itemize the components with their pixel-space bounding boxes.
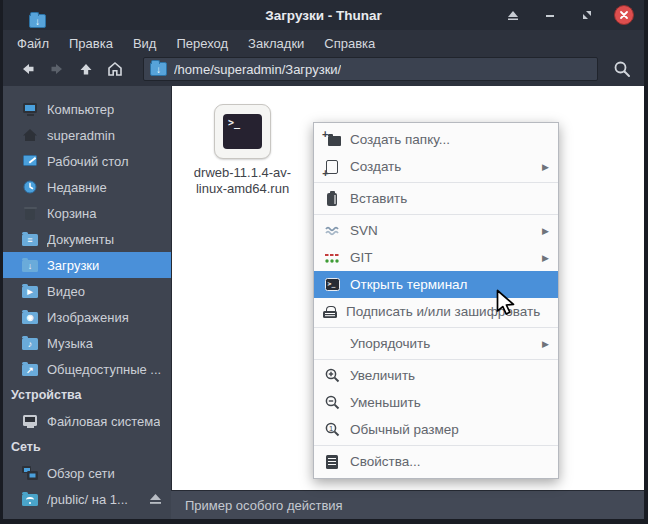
search-button[interactable] — [608, 56, 636, 82]
sidebar-item-pictures[interactable]: Изображения — [3, 304, 171, 330]
path-field[interactable]: /home/superadmin/Загрузки/ — [143, 57, 598, 81]
sidebar-header-devices: Устройства — [3, 382, 171, 408]
menu-item-properties[interactable]: Свойства... — [314, 448, 558, 475]
submenu-arrow-icon — [542, 253, 549, 263]
computer-icon — [22, 101, 38, 117]
sign-encrypt-icon — [323, 305, 337, 319]
submenu-arrow-icon — [542, 162, 549, 172]
shade-window-button[interactable] — [503, 5, 523, 25]
public-folder-icon — [22, 364, 38, 376]
thunar-window: Загрузки - Thunar Файл Правка Вид Перехо… — [0, 0, 648, 524]
sidebar-item-videos[interactable]: Видео — [3, 278, 171, 304]
menu-file[interactable]: Файл — [7, 33, 59, 54]
svn-icon — [323, 222, 341, 239]
minimize-button[interactable] — [540, 5, 560, 25]
file-item[interactable]: drweb-11.1.4-av- linux-amd64.run — [180, 104, 305, 197]
restore-button[interactable] — [577, 5, 597, 25]
sidebar-item-home[interactable]: superadmin — [3, 122, 171, 148]
menu-item-sign-encrypt[interactable]: Подписать и/или зашифровать — [314, 298, 558, 325]
videos-folder-icon — [22, 286, 38, 298]
menu-item-zoom-in[interactable]: Увеличить — [314, 362, 558, 389]
eject-button[interactable] — [149, 493, 162, 505]
sidebar-item-network-browse[interactable]: Обзор сети — [3, 460, 171, 486]
menu-separator — [314, 182, 558, 183]
menu-item-arrange[interactable]: Упорядочить — [314, 330, 558, 357]
zoom-in-icon — [323, 367, 341, 384]
menu-item-create-new[interactable]: Создать — [314, 153, 558, 180]
recent-clock-icon — [22, 179, 38, 195]
new-folder-icon — [323, 131, 341, 148]
documents-folder-icon — [22, 234, 38, 246]
path-text: /home/superadmin/Загрузки/ — [174, 62, 341, 77]
music-folder-icon — [22, 338, 38, 350]
sidebar-item-computer[interactable]: Компьютер — [3, 96, 171, 122]
sidebar-header-places: Места — [3, 86, 171, 96]
up-button[interactable] — [71, 57, 100, 81]
close-button[interactable] — [614, 5, 634, 25]
eject-icon — [149, 493, 162, 505]
file-name: drweb-11.1.4-av- linux-amd64.run — [180, 165, 305, 197]
sidebar-item-remote-share[interactable]: /public/ на 1... — [3, 486, 171, 512]
forward-arrow-icon — [49, 61, 65, 77]
menu-view[interactable]: Вид — [123, 33, 167, 54]
menu-item-zoom-out[interactable]: Уменьшить — [314, 389, 558, 416]
home-button[interactable] — [100, 57, 129, 81]
zoom-out-icon — [323, 394, 341, 411]
terminal-icon — [323, 276, 341, 293]
no-icon — [323, 335, 341, 352]
menu-go[interactable]: Переход — [166, 33, 238, 54]
path-folder-icon — [150, 62, 167, 76]
back-button[interactable] — [13, 57, 42, 81]
home-icon — [22, 127, 38, 143]
sidebar-item-desktop[interactable]: Рабочий стол — [3, 148, 171, 174]
downloads-folder-icon — [22, 260, 38, 272]
menu-edit[interactable]: Правка — [59, 33, 123, 54]
menu-separator — [314, 445, 558, 446]
sidebar-item-music[interactable]: Музыка — [3, 330, 171, 356]
svg-text:1: 1 — [328, 424, 332, 433]
zoom-original-icon: 1 — [323, 421, 341, 438]
menu-bookmarks[interactable]: Закладки — [238, 33, 314, 54]
context-menu: Создать папку... Создать Вставить SVN GI… — [313, 122, 559, 479]
menu-item-open-terminal[interactable]: Открыть терминал — [314, 271, 558, 298]
new-document-icon — [323, 158, 341, 175]
sidebar-header-network: Сеть — [3, 434, 171, 460]
submenu-arrow-icon — [542, 226, 549, 236]
menu-item-paste[interactable]: Вставить — [314, 185, 558, 212]
trash-icon — [22, 205, 38, 221]
statusbar: Пример особого действия — [171, 490, 644, 519]
menu-item-svn[interactable]: SVN — [314, 217, 558, 244]
pictures-folder-icon — [22, 312, 38, 324]
menu-item-git[interactable]: GIT — [314, 244, 558, 271]
sidebar-item-filesystem[interactable]: Файловая система — [3, 408, 171, 434]
network-browse-icon — [22, 465, 38, 481]
sidebar-item-documents[interactable]: Документы — [3, 226, 171, 252]
terminal-run-file-icon — [214, 104, 271, 159]
menu-separator — [314, 214, 558, 215]
submenu-arrow-icon — [542, 339, 549, 349]
sidebar-item-public[interactable]: Общедоступные ... — [3, 356, 171, 382]
up-arrow-icon — [78, 61, 94, 77]
remote-share-icon — [22, 494, 38, 506]
sidebar-item-recent[interactable]: Недавние — [3, 174, 171, 200]
sidebar-item-trash[interactable]: Корзина — [3, 200, 171, 226]
paste-icon — [323, 190, 341, 207]
status-text: Пример особого действия — [185, 498, 343, 513]
menu-item-zoom-original[interactable]: 1 Обычный размер — [314, 416, 558, 443]
back-arrow-icon — [20, 61, 36, 77]
menu-help[interactable]: Справка — [314, 33, 385, 54]
forward-button[interactable] — [42, 57, 71, 81]
filesystem-icon — [22, 413, 38, 429]
toolbar: /home/superadmin/Загрузки/ — [3, 56, 644, 86]
properties-icon — [323, 453, 341, 470]
menu-separator — [314, 327, 558, 328]
sidebar: Места Компьютер superadmin Рабочий стол … — [3, 86, 171, 519]
mouse-cursor-icon — [496, 289, 518, 323]
titlebar[interactable]: Загрузки - Thunar — [3, 0, 644, 30]
menubar: Файл Правка Вид Переход Закладки Справка — [3, 30, 644, 56]
desktop-icon — [22, 153, 38, 169]
home-icon — [107, 61, 123, 77]
sidebar-item-downloads[interactable]: Загрузки — [3, 252, 171, 278]
menu-item-create-folder[interactable]: Создать папку... — [314, 126, 558, 153]
git-icon — [323, 249, 341, 266]
